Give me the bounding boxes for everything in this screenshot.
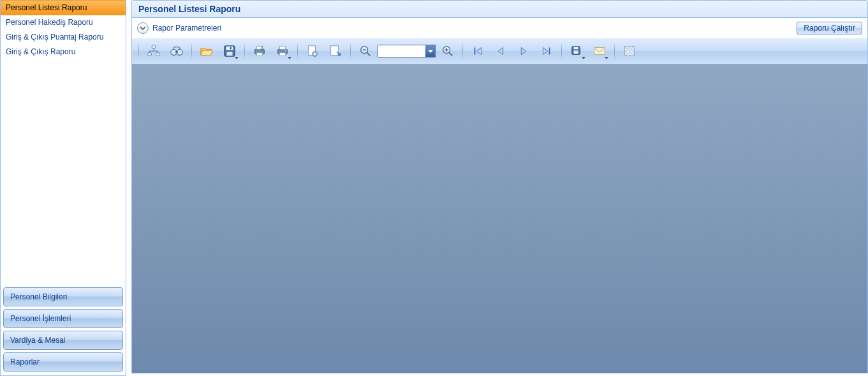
sidebar-item-label: Giriş & Çıkış Puantaj Raporu [6, 33, 103, 41]
binoculars-icon [170, 44, 184, 58]
chevron-down-icon [140, 25, 146, 31]
svg-rect-7 [226, 47, 233, 50]
nav-personel-islemleri[interactable]: Personel İşlemleri [3, 309, 123, 328]
folder-open-icon [200, 44, 214, 58]
dropdown-caret-icon [288, 57, 291, 59]
main: Personel Listesi Raporu Rapor Parametrel… [126, 0, 868, 376]
toolbar-separator [614, 42, 615, 60]
report-parameters-bar: Rapor Parametreleri Raporu Çalıştır [131, 18, 868, 38]
sidebar-report-list: Personel Listesi Raporu Personel Hakediş… [1, 0, 126, 283]
svg-line-26 [316, 52, 317, 53]
page-scale-icon [328, 44, 342, 58]
toolbar-separator [462, 42, 463, 60]
zoom-dropdown-button[interactable] [425, 45, 435, 57]
sidebar-item-label: Personel Listesi Raporu [6, 3, 87, 12]
sidebar-item-giris-cikis-puantaj[interactable]: Giriş & Çıkış Puantaj Raporu [1, 30, 126, 45]
toggle-parameters-button[interactable] [137, 22, 149, 34]
page-title: Personel Listesi Raporu [138, 4, 240, 14]
sidebar: Personel Listesi Raporu Personel Hakediş… [0, 0, 126, 376]
nav-label: Personel İşlemleri [10, 314, 71, 323]
export-button[interactable] [566, 41, 587, 61]
zoom-in-icon [441, 44, 455, 58]
svg-rect-39 [594, 48, 605, 55]
toolbar-separator [138, 42, 139, 60]
svg-rect-2 [156, 53, 160, 56]
page-setup-button[interactable] [302, 41, 323, 61]
nav-personel-bilgileri[interactable]: Personel Bilgileri [3, 287, 123, 306]
zoom-in-button[interactable] [437, 41, 459, 61]
svg-line-35 [449, 52, 452, 56]
open-button[interactable] [196, 41, 217, 61]
zoom-combo[interactable] [378, 45, 436, 57]
prev-page-icon [494, 44, 508, 58]
first-page-button[interactable] [467, 41, 489, 61]
svg-rect-1 [148, 53, 152, 56]
zoom-out-icon [358, 44, 372, 58]
parameters-label: Rapor Parametreleri [152, 24, 221, 33]
last-page-button[interactable] [536, 41, 557, 61]
svg-line-31 [367, 52, 370, 56]
svg-rect-38 [573, 50, 578, 54]
toolbar-separator [350, 42, 351, 60]
page-title-bar: Personel Listesi Raporu [131, 0, 868, 18]
save-button[interactable] [219, 41, 240, 61]
search-button[interactable] [166, 41, 188, 61]
svg-line-25 [316, 56, 317, 56]
watermark-icon [622, 44, 636, 58]
scale-button[interactable] [325, 41, 346, 61]
toolbar-separator [191, 42, 192, 60]
email-button[interactable] [589, 41, 610, 61]
run-report-button[interactable]: Raporu Çalıştır [797, 22, 862, 34]
svg-rect-0 [152, 45, 156, 49]
print-icon [276, 44, 290, 58]
report-viewer [131, 38, 868, 373]
zoom-out-button[interactable] [355, 41, 376, 61]
nav-label: Personel Bilgileri [10, 292, 67, 301]
report-toolbar [132, 38, 867, 64]
toolbar-separator [297, 42, 298, 60]
svg-rect-15 [279, 53, 285, 56]
svg-rect-14 [279, 47, 285, 50]
sidebar-nav: Personel Bilgileri Personel İşlemleri Va… [1, 283, 126, 375]
svg-point-19 [314, 53, 316, 55]
quick-print-button[interactable] [249, 41, 270, 61]
nav-raporlar[interactable]: Raporlar [3, 352, 123, 372]
svg-rect-37 [573, 47, 578, 50]
watermark-button[interactable] [619, 41, 640, 61]
toolbar-separator [561, 42, 562, 60]
zoom-input[interactable] [378, 45, 425, 57]
next-page-button[interactable] [513, 41, 534, 61]
dropdown-caret-icon [605, 57, 608, 59]
svg-rect-12 [256, 53, 262, 56]
sidebar-item-personel-hakedis[interactable]: Personel Hakediş Raporu [1, 15, 126, 30]
save-icon [223, 44, 237, 58]
svg-rect-5 [175, 51, 178, 53]
nav-label: Raporlar [10, 357, 40, 366]
nav-vardiya-mesai[interactable]: Vardiya & Mesai [3, 331, 123, 350]
print-button[interactable] [272, 41, 293, 61]
first-page-icon [471, 44, 485, 58]
document-map-button[interactable] [143, 41, 165, 61]
last-page-icon [540, 44, 554, 58]
sidebar-item-giris-cikis[interactable]: Giriş & Çıkış Raporu [1, 45, 126, 59]
dropdown-caret-icon [582, 57, 585, 59]
page-gear-icon [305, 44, 320, 58]
next-page-icon [517, 44, 531, 58]
sidebar-item-label: Giriş & Çıkış Raporu [6, 47, 75, 56]
svg-rect-28 [331, 46, 339, 56]
nav-label: Vardiya & Mesai [10, 336, 65, 345]
sidebar-item-personel-listesi[interactable]: Personel Listesi Raporu [1, 0, 126, 15]
toolbar-separator [244, 42, 245, 60]
sidebar-item-label: Personel Hakediş Raporu [6, 18, 93, 27]
sitemap-icon [147, 44, 161, 58]
svg-line-27 [313, 56, 314, 56]
svg-rect-8 [226, 52, 232, 56]
print-lightning-icon [253, 44, 267, 58]
email-icon [592, 44, 607, 58]
dropdown-caret-icon [235, 57, 239, 59]
report-canvas [132, 64, 867, 373]
svg-point-16 [285, 50, 286, 51]
svg-rect-9 [230, 47, 232, 50]
export-save-icon [570, 44, 584, 58]
prev-page-button[interactable] [490, 41, 511, 61]
